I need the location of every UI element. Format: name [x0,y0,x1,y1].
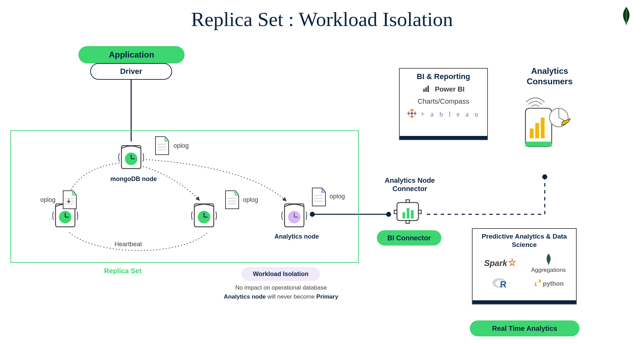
oplog-label: oplog [173,142,189,149]
r-cell: R [492,276,509,291]
svg-rect-50 [535,123,539,138]
svg-rect-41 [410,116,414,117]
oplog-doc-icon [224,190,240,210]
analytics-node-label: Analytics node [271,233,323,240]
svg-rect-29 [406,221,409,223]
svg-rect-51 [541,118,544,138]
ds-box-title: Predictive Analytics & Data Science [473,229,576,250]
wi-mid: will never become [266,293,316,300]
mongodb-leaf-small-icon [545,253,552,267]
svg-rect-36 [425,87,427,92]
tableau-row: + a b l e a u [400,108,487,120]
workload-isolation-text2: Analytics node will never become Primary [215,293,347,300]
spark-star-icon [508,258,516,268]
svg-rect-28 [406,200,409,203]
tableau-label: + a b l e a u [421,110,480,118]
workload-isolation-pill: Workload Isolation [242,267,320,281]
svg-rect-39 [410,110,414,111]
workload-isolation-text1: No impact on operational database [215,284,347,291]
oplog-label: oplog [40,196,56,204]
bi-connector-pill: BI Connector [377,230,441,246]
python-icon [533,279,542,289]
oplog-doc-icon [62,190,78,210]
real-time-analytics-pill: Real Time Analytics [470,320,579,336]
oplog-label: oplog [330,193,345,200]
python-cell: python [533,279,564,289]
svg-rect-43 [408,111,409,115]
wi-bold1: Analytics node [224,293,266,300]
bi-reporting-box: BI & Reporting Power BI Charts/Compass +… [399,68,488,140]
db-node-primary-icon [118,142,144,172]
svg-text:R: R [500,279,507,290]
powerbi-label: Power BI [435,85,465,93]
heartbeat-label: Heartbeat [115,241,142,248]
svg-rect-48 [525,141,552,146]
slide-title: Replica Set : Workload Isolation [0,8,644,31]
data-science-box: Predictive Analytics & Data Science Spar… [472,228,577,304]
application-pill: Application [78,46,185,63]
analytics-consumers-icon [520,90,573,160]
svg-rect-30 [394,210,397,214]
svg-rect-35 [423,89,425,92]
oplog-doc-icon [311,187,327,207]
svg-rect-34 [411,210,414,218]
db-node-secondary-mid-icon [191,200,217,230]
spark-label: Spark [484,258,507,268]
svg-rect-31 [418,210,421,214]
powerbi-icon [422,84,431,95]
driver-pill: Driver [90,63,172,80]
oplog-doc-icon [154,136,170,156]
svg-rect-32 [402,212,405,218]
svg-rect-33 [407,208,409,218]
mongodb-leaf-icon [621,6,632,26]
aggregations-cell: Aggregations [531,253,566,274]
svg-rect-45 [415,111,415,115]
wi-bold2: Primary [316,293,338,300]
spark-cell: Spark [484,258,516,268]
primary-node-label: mongoDB node [108,175,160,183]
db-node-analytics-icon [281,200,307,230]
analytics-consumers-title: Analytics Consumers [518,66,581,87]
analytics-node-connector-title: Analytics Node Connector [377,176,443,193]
powerbi-row: Power BI [400,84,487,95]
bi-box-title: BI & Reporting [400,69,487,81]
bi-connector-icon [393,198,423,225]
svg-rect-49 [530,129,534,138]
r-logo-icon: R [492,276,509,290]
svg-rect-46 [411,112,413,114]
aggregations-label: Aggregations [531,267,566,274]
replica-set-label: Replica Set [104,267,142,275]
charts-compass-label: Charts/Compass [418,97,469,105]
charts-compass-row: Charts/Compass [400,97,487,105]
oplog-label: oplog [243,196,258,204]
tableau-icon [407,108,417,120]
svg-rect-37 [427,86,429,92]
python-label: python [543,280,564,287]
